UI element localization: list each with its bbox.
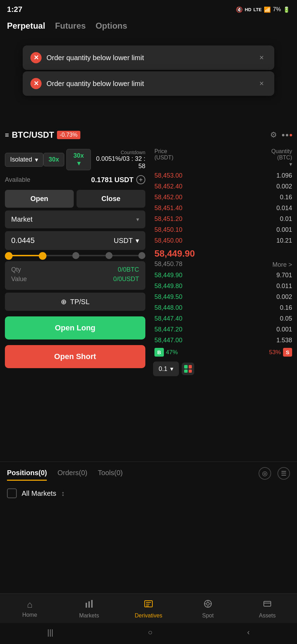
bottom-tabs-main: Positions(0) Orders(0) Tools(0) ◎ ☰ bbox=[0, 461, 297, 483]
orderbook-header: Price (USDT) Quantity (BTC) ▾ bbox=[153, 147, 294, 170]
available-label: Available bbox=[5, 176, 30, 184]
orders-tab[interactable]: Orders(0) bbox=[57, 466, 87, 481]
leverage-btn-2[interactable]: 30x ▾ bbox=[66, 149, 91, 170]
nav-home[interactable]: ⌂ Home bbox=[0, 598, 59, 620]
bid-row-2: 58,449.50 0.002 bbox=[153, 292, 294, 302]
market-dropdown[interactable]: Market ▾ bbox=[5, 210, 145, 228]
toast-1-error-icon: ✕ bbox=[30, 52, 42, 63]
nav-options[interactable]: Options bbox=[95, 21, 127, 31]
value-row: Value 0/0USDT bbox=[11, 276, 139, 283]
right-panel: Price (USDT) Quantity (BTC) ▾ 58,453.00 … bbox=[150, 147, 297, 461]
bid-row-5: 58,447.20 0.001 bbox=[153, 324, 294, 335]
dot-1 bbox=[282, 134, 284, 136]
back-button[interactable]: ‹ bbox=[240, 625, 256, 640]
isolated-button[interactable]: Isolated ▾ bbox=[5, 153, 43, 167]
toast-1-close[interactable]: × bbox=[256, 52, 267, 64]
isolated-label: Isolated bbox=[10, 156, 32, 163]
controls-right: 30x 30x ▾ Countdown 0.0051%/03 : 32 : 58 bbox=[43, 149, 145, 170]
all-markets-checkbox[interactable] bbox=[7, 488, 17, 498]
tab-icons: ◎ ☰ bbox=[259, 467, 290, 480]
bid-row-0: 58,449.90 9.701 bbox=[153, 270, 294, 281]
spot-label: Spot bbox=[202, 613, 214, 619]
ask-row-6: 58,450.00 10.21 bbox=[153, 235, 294, 246]
pair-title[interactable]: BTC/USDT bbox=[12, 130, 54, 140]
more-button[interactable]: More > bbox=[271, 260, 294, 269]
spot-icon bbox=[203, 599, 212, 611]
slider-dot-25[interactable] bbox=[39, 252, 46, 260]
nav-derivatives[interactable]: Derivatives bbox=[119, 598, 178, 620]
currency-selector[interactable]: USDT ▾ bbox=[114, 236, 139, 245]
market-label: Market bbox=[11, 215, 32, 223]
qty-value: 0/0BTC bbox=[118, 266, 139, 273]
pair-menu-icon[interactable]: ≡ bbox=[5, 131, 9, 139]
recent-apps-button[interactable]: ||| bbox=[40, 625, 60, 640]
status-bar: 1:27 🔇 HD LTE 📶 🔇 HD LTE 📶 7% 7% 🔋 bbox=[0, 0, 297, 18]
nav-futures[interactable]: Futures bbox=[55, 21, 86, 31]
value-amount: 0/0USDT bbox=[113, 276, 139, 283]
market-dropdown-arrow: ▾ bbox=[136, 216, 139, 223]
currency-label: USDT bbox=[114, 237, 133, 245]
amount-input[interactable]: 0.0445 bbox=[11, 236, 35, 245]
dot-3 bbox=[290, 134, 292, 136]
derivatives-icon bbox=[144, 599, 153, 611]
open-short-button[interactable]: Open Short bbox=[5, 345, 145, 368]
countdown-box: Countdown 0.0051%/03 : 32 : 58 bbox=[93, 150, 145, 170]
nav-perpetual[interactable]: Perpetual bbox=[7, 21, 45, 31]
open-tab[interactable]: Open bbox=[5, 190, 74, 208]
grid-view-icon[interactable] bbox=[182, 363, 194, 375]
slider-dot-75[interactable] bbox=[106, 252, 113, 259]
home-icon: ⌂ bbox=[27, 599, 32, 610]
chart-icon[interactable]: ⚙ bbox=[270, 130, 277, 139]
countdown-label: Countdown bbox=[93, 150, 145, 155]
depth-selector: 0.1 ▾ bbox=[153, 362, 294, 376]
close-tab[interactable]: Close bbox=[77, 190, 145, 208]
ask-row-1: 58,452.40 0.002 bbox=[153, 181, 294, 192]
list-icon-button[interactable]: ☰ bbox=[277, 467, 290, 480]
depth-dropdown[interactable]: 0.1 ▾ bbox=[153, 362, 179, 376]
qty-label: Qty bbox=[11, 266, 21, 273]
hd-icon: HD bbox=[245, 7, 252, 12]
ask-row-4: 58,451.20 0.01 bbox=[153, 214, 294, 224]
assets-label: Assets bbox=[259, 613, 276, 619]
nav-assets[interactable]: Assets bbox=[238, 598, 297, 620]
open-long-button[interactable]: Open Long bbox=[5, 316, 145, 339]
qty-sort-icon[interactable]: ▾ bbox=[271, 161, 292, 167]
controls-row: Isolated ▾ 30x 30x ▾ Countdown 0.0051%/0… bbox=[5, 147, 145, 172]
all-markets-label: All Markets bbox=[22, 489, 56, 498]
add-funds-button[interactable]: + bbox=[136, 175, 145, 184]
tpsl-button[interactable]: ⊕ TP/SL bbox=[5, 293, 145, 311]
toast-2-text: Order quantity below lower limit bbox=[46, 80, 252, 88]
sort-icon[interactable]: ↕ bbox=[61, 489, 65, 498]
status-icons: 🔇 HD LTE 📶 🔇 HD LTE 📶 7% 7% 🔋 bbox=[236, 6, 290, 13]
svg-point-8 bbox=[207, 602, 209, 605]
mid-price[interactable]: 58,449.90 bbox=[153, 246, 294, 260]
bid-rows: 58,449.90 9.701 58,449.80 0.011 58,449.5… bbox=[153, 270, 294, 346]
leverage-btn-1[interactable]: 30x bbox=[43, 153, 64, 166]
dot-2 bbox=[286, 134, 288, 136]
slider-dots bbox=[5, 252, 145, 260]
slider-dot-50[interactable] bbox=[72, 252, 79, 259]
grid-cell-1 bbox=[184, 365, 188, 368]
toast-2-close[interactable]: × bbox=[256, 78, 267, 90]
svg-rect-1 bbox=[88, 601, 90, 608]
slider-dot-100[interactable] bbox=[138, 252, 145, 259]
bottom-nav: ⌂ Home Markets Derivatives bbox=[0, 593, 297, 623]
bid-row-3: 58,448.00 0.16 bbox=[153, 302, 294, 313]
ask-row-0: 58,453.00 1.096 bbox=[153, 170, 294, 181]
nav-spot[interactable]: Spot bbox=[178, 598, 238, 620]
markets-icon bbox=[85, 599, 94, 611]
more-menu[interactable] bbox=[282, 134, 292, 136]
toast-2-error-icon: ✕ bbox=[30, 78, 42, 89]
nav-markets[interactable]: Markets bbox=[59, 598, 119, 620]
isolated-chevron: ▾ bbox=[35, 156, 38, 164]
available-amount: 0.1781 USDT + bbox=[91, 175, 145, 184]
available-value: 0.1781 USDT bbox=[91, 176, 133, 184]
toast-1-text: Order quantity below lower limit bbox=[46, 54, 252, 62]
home-button[interactable]: ○ bbox=[141, 625, 159, 640]
slider-dot-0[interactable] bbox=[5, 252, 13, 260]
pair-header: ≡ BTC/USDT -0.73% ⚙ bbox=[5, 127, 292, 143]
buy-badge: B bbox=[154, 348, 164, 357]
positions-tab[interactable]: Positions(0) bbox=[7, 466, 47, 481]
eye-icon-button[interactable]: ◎ bbox=[259, 467, 271, 480]
tools-tab[interactable]: Tools(0) bbox=[98, 466, 123, 481]
